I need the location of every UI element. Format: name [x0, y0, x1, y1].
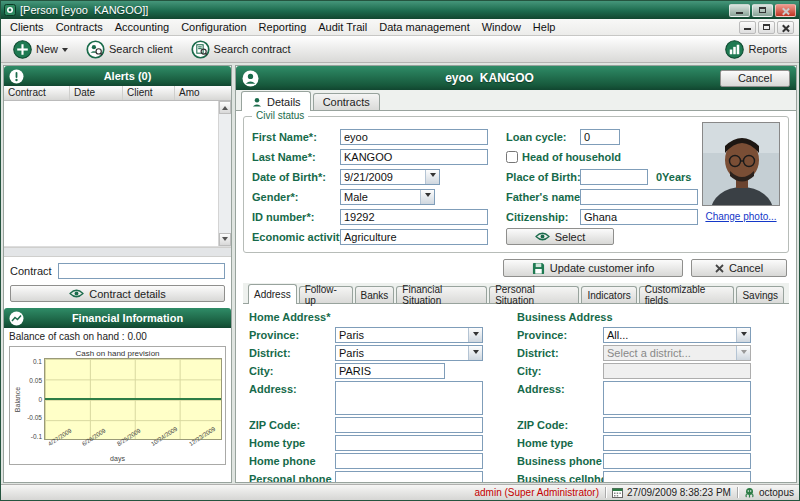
alerts-col-amount[interactable]: Amo	[175, 86, 231, 100]
contract-input[interactable]	[58, 263, 225, 279]
last-name-input[interactable]	[340, 149, 488, 165]
close-button[interactable]	[775, 4, 796, 17]
home-phone-input[interactable]	[335, 453, 483, 469]
menu-window[interactable]: Window	[476, 20, 527, 34]
business-province-combobox[interactable]: All...	[603, 327, 751, 343]
menu-accounting[interactable]: Accounting	[109, 20, 175, 34]
balance-text: Balance of cash on hand : 0.00	[4, 328, 231, 343]
business-zip-input[interactable]	[603, 417, 751, 433]
mdi-minimize-button[interactable]	[739, 21, 756, 34]
tab-banks[interactable]: Banks	[355, 286, 395, 303]
alerts-header: Alerts (0)	[4, 66, 231, 86]
tab-follow-up[interactable]: Follow-up	[299, 286, 353, 303]
chevron-down-icon[interactable]	[468, 346, 482, 360]
home-city-input[interactable]	[335, 363, 445, 379]
last-name-label: Last Name*:	[252, 151, 340, 163]
gender-dropdown-icon[interactable]	[420, 190, 434, 204]
home-zip-label: ZIP Code:	[249, 417, 335, 431]
alerts-grid-body[interactable]	[4, 101, 231, 247]
first-name-input[interactable]	[340, 129, 488, 145]
menu-audit-trail[interactable]: Audit Trail	[312, 20, 373, 34]
alerts-vertical-scrollbar[interactable]	[218, 101, 231, 246]
minimize-button[interactable]	[729, 4, 750, 17]
father-name-input[interactable]	[580, 189, 698, 205]
gender-combobox[interactable]: Male	[340, 189, 435, 205]
chevron-down-icon	[736, 346, 750, 360]
alerts-col-contract[interactable]: Contract	[4, 86, 70, 100]
personal-phone-input[interactable]	[335, 471, 483, 482]
home-phone-label: Home phone	[249, 453, 335, 467]
business-home-type-input[interactable]	[603, 435, 751, 451]
business-district-combobox[interactable]: Select a district...	[603, 345, 751, 361]
alerts-col-client[interactable]: Client	[123, 86, 175, 100]
alerts-horizontal-scrollbar[interactable]	[4, 247, 231, 257]
select-activity-button[interactable]: Select	[506, 228, 614, 245]
alerts-col-date[interactable]: Date	[70, 86, 123, 100]
status-app-name: octopus	[759, 487, 794, 498]
search-contract-button[interactable]: Search contract	[183, 37, 299, 62]
action-row: Update customer info Cancel	[243, 253, 789, 283]
maximize-button[interactable]	[752, 4, 773, 17]
loan-cycle-input[interactable]	[580, 129, 620, 145]
scroll-down-icon[interactable]	[219, 233, 231, 246]
new-button[interactable]: New	[5, 37, 76, 62]
home-zip-input[interactable]	[335, 417, 483, 433]
business-address-title: Business Address	[517, 311, 751, 323]
menu-reporting[interactable]: Reporting	[253, 20, 313, 34]
mdi-close-button[interactable]	[777, 21, 794, 34]
menu-data-management[interactable]: Data management	[373, 20, 476, 34]
person-name-title: eyoo KANGOO	[265, 71, 714, 85]
form-cancel-button[interactable]: Cancel	[691, 259, 787, 277]
contract-details-button[interactable]: Contract details	[10, 285, 225, 302]
menu-configuration[interactable]: Configuration	[175, 20, 252, 34]
tab-indicators[interactable]: Indicators	[581, 286, 636, 303]
person-panel: eyoo KANGOO Cancel Details Contracts Civ…	[235, 65, 797, 483]
home-type-input[interactable]	[335, 435, 483, 451]
business-cellphone-input[interactable]	[603, 471, 751, 482]
tab-details[interactable]: Details	[241, 91, 311, 111]
change-photo-link[interactable]: Change photo...	[705, 211, 776, 222]
cancel-x-icon	[715, 264, 724, 273]
citizenship-input[interactable]	[580, 209, 698, 225]
update-customer-button[interactable]: Update customer info	[503, 259, 683, 277]
person-icon	[242, 70, 259, 87]
header-cancel-button[interactable]: Cancel	[720, 70, 790, 87]
alert-icon	[9, 69, 24, 84]
chevron-down-icon[interactable]	[468, 328, 482, 342]
tab-personal-situation[interactable]: Personal Situation	[489, 286, 579, 303]
chevron-down-icon[interactable]	[736, 328, 750, 342]
reports-button[interactable]: Reports	[717, 37, 795, 62]
tab-address[interactable]: Address	[248, 284, 297, 304]
mdi-restore-button[interactable]	[758, 21, 775, 34]
tab-financial-situation[interactable]: Financial Situation	[396, 286, 487, 303]
menu-help[interactable]: Help	[527, 20, 562, 34]
application-window: [Person [eyoo KANGOO]] Clients Contracts…	[0, 0, 800, 501]
business-phone-input[interactable]	[603, 453, 751, 469]
menu-clients[interactable]: Clients	[4, 20, 50, 34]
scroll-up-icon[interactable]	[219, 101, 231, 114]
first-name-label: First Name*:	[252, 131, 340, 143]
dob-dropdown-icon[interactable]	[425, 170, 439, 184]
head-of-household-checkbox[interactable]	[506, 151, 518, 163]
home-address-label: Address:	[249, 381, 335, 395]
economic-activity-input[interactable]	[340, 229, 488, 245]
home-address-column: Home Address* Province: Paris District:	[249, 311, 483, 482]
dob-datepicker[interactable]: 9/21/2009	[340, 169, 440, 185]
tab-customizable-fields[interactable]: Customizable fields	[639, 286, 735, 303]
business-address-textarea[interactable]	[603, 381, 751, 415]
alerts-panel: Alerts (0) Contract Date Client Amo Cont…	[3, 65, 232, 483]
calendar-icon	[612, 487, 623, 498]
tab-savings[interactable]: Savings	[736, 286, 784, 303]
pob-input[interactable]	[580, 169, 648, 185]
tab-contracts[interactable]: Contracts	[313, 93, 380, 110]
titlebar[interactable]: [Person [eyoo KANGOO]]	[1, 1, 799, 19]
home-address-textarea[interactable]	[335, 381, 483, 415]
search-contract-label: Search contract	[214, 43, 291, 55]
menu-contracts[interactable]: Contracts	[50, 20, 109, 34]
id-number-label: ID number*:	[252, 211, 340, 223]
home-province-combobox[interactable]: Paris	[335, 327, 483, 343]
id-number-input[interactable]	[340, 209, 488, 225]
home-district-combobox[interactable]: Paris	[335, 345, 483, 361]
search-client-button[interactable]: Search client	[78, 37, 181, 62]
chart-plot-area	[44, 358, 222, 440]
